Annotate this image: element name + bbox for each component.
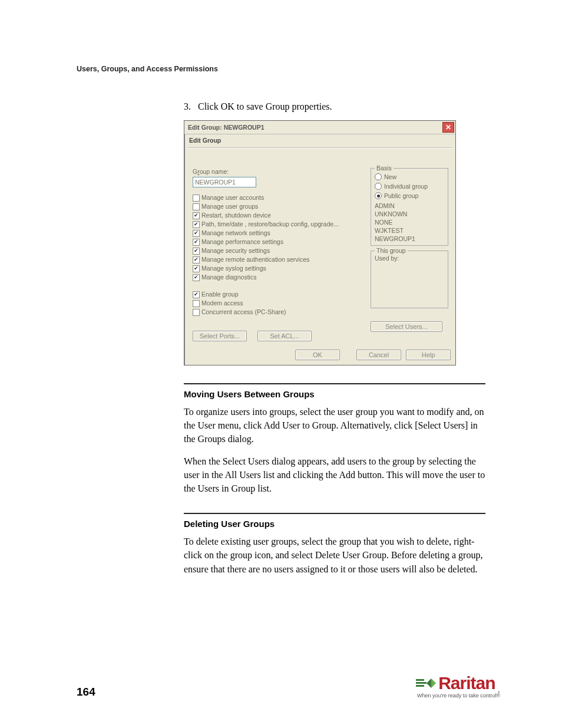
checkbox-icon[interactable] bbox=[193, 212, 200, 219]
edit-group-dialog: Edit Group: NEWGROUP1 ✕ Edit Group Group… bbox=[184, 120, 456, 365]
checkbox-icon[interactable] bbox=[193, 230, 200, 237]
checkbox-icon[interactable] bbox=[193, 203, 200, 210]
dialog-titlebar: Edit Group: NEWGROUP1 ✕ bbox=[184, 121, 455, 134]
enable-group-checkbox[interactable]: Enable group bbox=[193, 290, 362, 299]
page-number: 164 bbox=[77, 686, 95, 699]
radio-icon[interactable] bbox=[375, 173, 382, 180]
step-number: 3. bbox=[184, 101, 198, 112]
used-by-label: Used by: bbox=[375, 255, 444, 262]
checkbox-icon[interactable] bbox=[193, 248, 200, 255]
checkbox-icon[interactable] bbox=[193, 274, 200, 281]
perm-item[interactable]: Manage security settings bbox=[193, 246, 362, 255]
svg-rect-2 bbox=[416, 685, 424, 687]
checkbox-icon[interactable] bbox=[193, 291, 200, 298]
permissions-list: Manage user accounts Manage user groups … bbox=[193, 193, 362, 282]
brand-logo: Raritan. When you're ready to take contr… bbox=[416, 674, 500, 699]
step-text: Click OK to save Group properties. bbox=[198, 101, 332, 112]
perm-item[interactable]: Manage performance settings bbox=[193, 238, 362, 246]
list-item[interactable]: ADMIN bbox=[375, 202, 444, 210]
running-header: Users, Groups, and Access Permissions bbox=[77, 65, 485, 73]
select-ports-button[interactable]: Select Ports... bbox=[193, 331, 247, 341]
basis-fieldset: Basis New Individual group Public group … bbox=[371, 168, 448, 246]
set-acl-button[interactable]: Set ACL... bbox=[257, 331, 312, 341]
deleting-groups-heading: Deleting User Groups bbox=[184, 519, 485, 529]
brand-name: Raritan bbox=[438, 674, 495, 692]
ok-button[interactable]: OK bbox=[295, 350, 340, 360]
checkbox-icon[interactable] bbox=[193, 239, 200, 246]
brand-tagline: When you're ready to take control® bbox=[416, 693, 500, 699]
checkbox-icon[interactable] bbox=[193, 309, 200, 316]
perm-item[interactable]: Path, time/date , restore/backup config,… bbox=[193, 220, 362, 229]
list-item[interactable]: WJKTEST bbox=[375, 226, 444, 235]
this-group-fieldset: This group Used by: bbox=[371, 251, 448, 308]
radio-icon[interactable] bbox=[375, 192, 382, 199]
moving-users-heading: Moving Users Between Groups bbox=[184, 389, 485, 399]
help-button[interactable]: Help bbox=[406, 350, 451, 360]
step-3: 3. Click OK to save Group properties. bbox=[184, 101, 485, 112]
perm-item[interactable]: Manage user groups bbox=[193, 202, 362, 211]
moving-users-p1: To organize users into groups, select th… bbox=[184, 405, 485, 446]
basis-legend: Basis bbox=[375, 164, 394, 172]
svg-rect-1 bbox=[416, 679, 424, 681]
perm-item[interactable]: Manage diagnostics bbox=[193, 273, 362, 282]
radio-icon[interactable] bbox=[375, 183, 382, 190]
this-group-legend: This group bbox=[375, 247, 408, 254]
deleting-groups-p1: To delete existing user groups, select t… bbox=[184, 535, 485, 576]
brand-dot: . bbox=[498, 684, 501, 694]
perm-item[interactable]: Manage network settings bbox=[193, 229, 362, 238]
close-icon[interactable]: ✕ bbox=[442, 122, 454, 133]
group-name-input[interactable] bbox=[193, 177, 256, 187]
perm-item[interactable]: Manage user accounts bbox=[193, 193, 362, 202]
cancel-button[interactable]: Cancel bbox=[356, 350, 401, 360]
basis-new-radio[interactable]: New bbox=[375, 172, 444, 182]
checkbox-icon[interactable] bbox=[193, 256, 200, 263]
svg-marker-4 bbox=[431, 678, 436, 688]
dialog-title: Edit Group: NEWGROUP1 bbox=[188, 124, 265, 131]
brand-icon bbox=[416, 676, 436, 690]
perm-item[interactable]: Restart, shutdown device bbox=[193, 211, 362, 220]
group-name-label: Group name: bbox=[193, 168, 362, 175]
checkbox-icon[interactable] bbox=[193, 300, 200, 307]
list-item[interactable]: NEWGROUP1 bbox=[375, 235, 444, 243]
moving-users-p2: When the Select Users dialog appears, ad… bbox=[184, 454, 485, 496]
pc-share-checkbox[interactable]: Concurrent access (PC-Share) bbox=[193, 308, 362, 317]
select-users-button[interactable]: Select Users... bbox=[371, 321, 442, 332]
public-group-list[interactable]: ADMIN UNKNOWN NONE WJKTEST NEWGROUP1 bbox=[375, 202, 444, 243]
perm-item[interactable]: Manage remote authentication services bbox=[193, 255, 362, 264]
dialog-subtitle: Edit Group bbox=[184, 134, 455, 146]
modem-access-checkbox[interactable]: Modem access bbox=[193, 299, 362, 308]
svg-marker-3 bbox=[427, 678, 431, 688]
svg-rect-0 bbox=[416, 682, 427, 684]
list-item[interactable]: NONE bbox=[375, 218, 444, 226]
basis-public-radio[interactable]: Public group bbox=[375, 191, 444, 200]
basis-individual-radio[interactable]: Individual group bbox=[375, 182, 444, 191]
checkbox-icon[interactable] bbox=[193, 195, 200, 202]
perm-item[interactable]: Manage syslog settings bbox=[193, 264, 362, 273]
list-item[interactable]: UNKNOWN bbox=[375, 210, 444, 218]
checkbox-icon[interactable] bbox=[193, 221, 200, 228]
checkbox-icon[interactable] bbox=[193, 265, 200, 272]
